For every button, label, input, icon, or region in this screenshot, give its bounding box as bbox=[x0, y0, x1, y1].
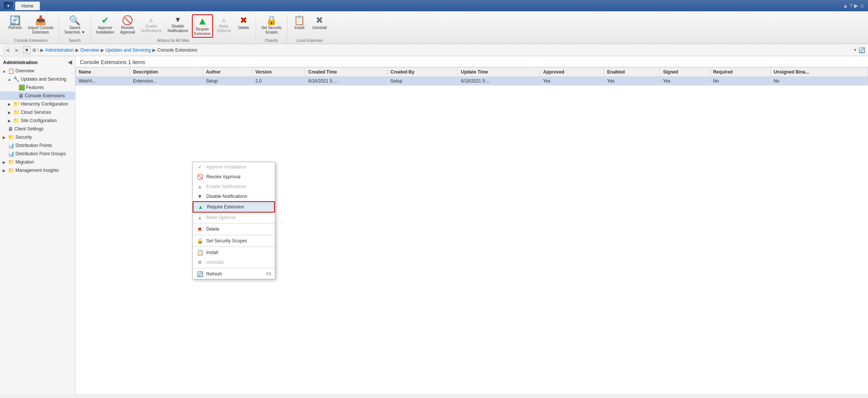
set-security-scopes-button[interactable]: 🔒 Set SecurityScopes bbox=[259, 14, 284, 36]
sidebar-item-overview[interactable]: ▲ 📋 Overview bbox=[0, 67, 75, 75]
ctx-enable-notify-label: Enable Notifications bbox=[206, 184, 246, 189]
app-logo: ▼ bbox=[3, 1, 14, 10]
nav-dropdown-button[interactable]: ▼ bbox=[23, 46, 31, 54]
col-created-time[interactable]: Created Time bbox=[305, 67, 387, 77]
ribbon-group-actions: ✔ ApproveInstallation 🚫 RevokeApproval ▲… bbox=[91, 14, 256, 44]
notification-btn[interactable]: ▶ bbox=[854, 3, 858, 9]
install-button[interactable]: 📋 Install bbox=[290, 14, 308, 32]
nav-breadcrumb-dropdown[interactable]: ▼ bbox=[853, 48, 857, 52]
ctx-disable-notifications[interactable]: ▼ Disable Notifications bbox=[193, 191, 275, 201]
ctx-uninstall-label: Uninstall bbox=[206, 260, 224, 265]
cell-version: 2.0 bbox=[252, 77, 305, 86]
back-button[interactable]: ◀ bbox=[3, 46, 11, 54]
cell-enabled: Yes bbox=[604, 77, 660, 86]
saved-searches-button[interactable]: 🔍 SavedSearches ▼ bbox=[62, 14, 87, 36]
revoke-approval-button[interactable]: 🚫 RevokeApproval bbox=[118, 14, 137, 36]
ctx-enable-notifications[interactable]: ▲ Enable Notifications bbox=[193, 182, 275, 191]
ctx-delete[interactable]: ✖ Delete bbox=[193, 224, 275, 234]
ctx-refresh[interactable]: 🔄 Refresh F5 bbox=[193, 269, 275, 279]
ctx-sep-1 bbox=[193, 223, 275, 223]
content-title: Console Extensions 1 items bbox=[80, 59, 145, 65]
content-header: Console Extensions 1 items bbox=[75, 56, 868, 67]
cell-author: Setup bbox=[203, 77, 252, 86]
table-row[interactable]: WebVi... Extension... Setup 2.0 6/16/202… bbox=[76, 77, 868, 86]
ctx-set-security-scopes[interactable]: 🔒 Set Security Scopes bbox=[193, 236, 275, 246]
approve-installation-button[interactable]: ✔ ApproveInstallation bbox=[94, 14, 117, 36]
ribbon: 🔄 Refresh 📥 Import ConsoleExtension Cons… bbox=[0, 11, 868, 44]
ribbon-group-local-extension: 📋 Install ✖ Uninstall Local Extension bbox=[287, 14, 332, 44]
col-required[interactable]: Required bbox=[710, 67, 771, 77]
ctx-require-icon: ▲ bbox=[197, 204, 204, 210]
title-controls: ▲ ? ▶ ☺ bbox=[843, 3, 865, 9]
ctx-revoke-icon: 🚫 bbox=[196, 174, 203, 180]
delete-button[interactable]: ✖ Delete bbox=[235, 14, 253, 32]
ctx-revoke-approval[interactable]: 🚫 Revoke Approval bbox=[193, 172, 275, 182]
help-btn[interactable]: ? bbox=[850, 3, 853, 9]
col-description[interactable]: Description bbox=[130, 67, 203, 77]
col-approved[interactable]: Approved bbox=[540, 67, 604, 77]
content-table: Name Description Author Version Created … bbox=[75, 67, 868, 86]
breadcrumb-administration[interactable]: Administration bbox=[45, 47, 74, 53]
main-container: Administration ◀ ▲ 📋 Overview ▲ 🔧 Update… bbox=[0, 56, 868, 394]
ctx-install[interactable]: 📋 Install bbox=[193, 248, 275, 257]
cell-signed: Yes bbox=[660, 77, 710, 86]
make-optional-button[interactable]: ▲ MakeOptional bbox=[215, 14, 233, 35]
ctx-revoke-label: Revoke Approval bbox=[206, 174, 241, 179]
forward-button[interactable]: ▶ bbox=[13, 46, 21, 54]
col-name[interactable]: Name bbox=[76, 67, 130, 77]
ribbon-group-label-classify: Classify bbox=[265, 38, 278, 44]
ctx-approve-label: Approve Installation bbox=[206, 164, 246, 170]
ctx-delete-icon: ✖ bbox=[196, 226, 203, 232]
col-unsigned-binary[interactable]: Unsigned Bina... bbox=[770, 67, 868, 77]
content-area: Console Extensions 1 items Name Descript… bbox=[75, 56, 868, 394]
ctx-approve-installation[interactable]: ✔ Approve Installation bbox=[193, 162, 275, 172]
require-extension-button[interactable]: ▲ RequireExtension bbox=[192, 14, 213, 38]
uninstall-button[interactable]: ✖ Uninstall bbox=[310, 14, 329, 32]
ctx-require-extension[interactable]: ▲ Require Extension bbox=[193, 201, 275, 213]
refresh-button[interactable]: 🔄 Refresh bbox=[6, 14, 24, 32]
breadcrumb: Administration ▶ Overview ▶ Updates and … bbox=[45, 47, 852, 53]
disable-notifications-button[interactable]: ▼ DisableNotifications bbox=[165, 14, 190, 35]
sidebar-item-client-settings[interactable]: 🖥 Client Settings bbox=[0, 125, 75, 133]
ctx-enable-notify-icon: ▲ bbox=[196, 184, 203, 190]
col-update-time[interactable]: Update Time bbox=[458, 67, 540, 77]
ctx-sep-3 bbox=[193, 246, 275, 247]
nav-refresh-button[interactable]: 🔄 bbox=[859, 47, 865, 53]
col-author[interactable]: Author bbox=[203, 67, 252, 77]
minimize-btn[interactable]: ▲ bbox=[843, 3, 848, 9]
sidebar-item-console-extensions[interactable]: 🖥 Console Extensions bbox=[0, 92, 75, 100]
sidebar-collapse-button[interactable]: ◀ bbox=[68, 59, 72, 65]
breadcrumb-overview[interactable]: Overview bbox=[80, 47, 99, 53]
title-bar: ▼ Home ▲ ? ▶ ☺ bbox=[0, 0, 868, 11]
sidebar-item-security[interactable]: ▶ 📁 Security bbox=[0, 133, 75, 141]
user-btn[interactable]: ☺ bbox=[860, 3, 865, 9]
sidebar-item-updates-servicing[interactable]: ▲ 🔧 Updates and Servicing bbox=[0, 75, 75, 83]
ctx-install-label: Install bbox=[206, 250, 218, 255]
cell-required: No bbox=[710, 77, 771, 86]
ctx-refresh-icon: 🔄 bbox=[196, 271, 203, 277]
sidebar-header: Administration ◀ bbox=[0, 56, 75, 67]
sidebar-item-hierarchy-config[interactable]: ▶ 📁 Hierarchy Configuration bbox=[0, 100, 75, 108]
col-created-by[interactable]: Created By bbox=[387, 67, 458, 77]
sidebar-item-distribution-points[interactable]: 📊 Distribution Points bbox=[0, 141, 75, 150]
col-version[interactable]: Version bbox=[252, 67, 305, 77]
navigation-bar: ◀ ▶ ▼ ⊞ \ ▶ Administration ▶ Overview ▶ … bbox=[0, 44, 868, 56]
sidebar-item-distribution-point-groups[interactable]: 📊 Distribution Point Groups bbox=[0, 150, 75, 158]
breadcrumb-updates-servicing[interactable]: Updates and Servicing bbox=[106, 47, 151, 53]
sidebar-item-features[interactable]: 🟩 Features bbox=[0, 83, 75, 92]
ctx-uninstall[interactable]: ✖ Uninstall bbox=[193, 257, 275, 267]
sidebar-title: Administration bbox=[3, 60, 38, 65]
ctx-disable-notify-icon: ▼ bbox=[196, 193, 203, 199]
import-console-button[interactable]: 📥 Import ConsoleExtension bbox=[26, 14, 56, 36]
enable-notifications-button[interactable]: ▲ EnableNotifications bbox=[139, 14, 164, 35]
sidebar-item-migration[interactable]: ▶ 📁 Migration bbox=[0, 158, 75, 166]
sidebar-item-management-insights[interactable]: ▶ 📁 Management Insights bbox=[0, 166, 75, 175]
col-signed[interactable]: Signed bbox=[660, 67, 710, 77]
nav-sep-1: \ ▶ bbox=[38, 47, 44, 53]
sidebar-item-site-config[interactable]: ▶ 📁 Site Configuration bbox=[0, 116, 75, 125]
home-tab[interactable]: Home bbox=[15, 2, 40, 10]
sidebar-item-cloud-services[interactable]: ▶ 📁 Cloud Services bbox=[0, 108, 75, 116]
col-enabled[interactable]: Enabled bbox=[604, 67, 660, 77]
ctx-make-optional[interactable]: ▲ Make Optional bbox=[193, 213, 275, 222]
ctx-refresh-label: Refresh bbox=[206, 271, 222, 277]
